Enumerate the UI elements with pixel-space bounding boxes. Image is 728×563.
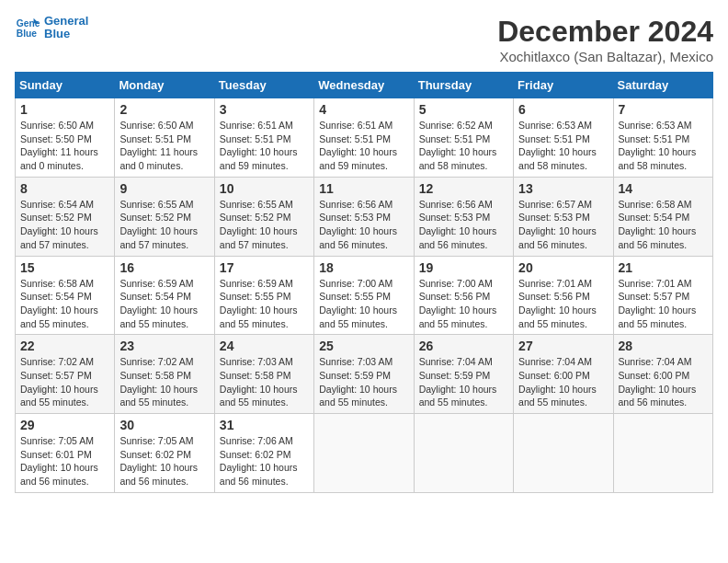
day-number: 31 bbox=[220, 418, 309, 432]
day-number: 4 bbox=[319, 102, 408, 117]
day-info: Sunrise: 6:53 AM Sunset: 5:51 PM Dayligh… bbox=[619, 119, 708, 173]
col-saturday: Saturday bbox=[613, 73, 712, 98]
day-cell: 11 Sunrise: 6:56 AM Sunset: 5:53 PM Dayl… bbox=[314, 177, 414, 256]
day-number: 11 bbox=[319, 181, 408, 196]
day-number: 28 bbox=[619, 339, 708, 353]
day-cell: 5 Sunrise: 6:52 AM Sunset: 5:51 PM Dayli… bbox=[414, 98, 513, 178]
day-number: 5 bbox=[419, 102, 508, 117]
day-cell: 7 Sunrise: 6:53 AM Sunset: 5:51 PM Dayli… bbox=[613, 98, 712, 178]
day-info: Sunrise: 6:56 AM Sunset: 5:53 PM Dayligh… bbox=[419, 198, 508, 252]
day-cell: 26 Sunrise: 7:04 AM Sunset: 5:59 PM Dayl… bbox=[414, 335, 513, 414]
day-number: 13 bbox=[518, 181, 608, 196]
week-row-3: 15 Sunrise: 6:58 AM Sunset: 5:54 PM Dayl… bbox=[16, 256, 713, 335]
day-info: Sunrise: 7:05 AM Sunset: 6:02 PM Dayligh… bbox=[119, 434, 209, 488]
logo-icon: General Blue bbox=[15, 15, 40, 40]
day-info: Sunrise: 6:51 AM Sunset: 5:51 PM Dayligh… bbox=[319, 119, 408, 173]
header: General Blue General Blue December 2024 … bbox=[15, 15, 713, 64]
svg-text:General: General bbox=[17, 18, 40, 29]
day-number: 3 bbox=[220, 102, 309, 117]
day-cell: 8 Sunrise: 6:54 AM Sunset: 5:52 PM Dayli… bbox=[16, 177, 115, 256]
day-info: Sunrise: 6:58 AM Sunset: 5:54 PM Dayligh… bbox=[20, 277, 109, 331]
day-info: Sunrise: 7:06 AM Sunset: 6:02 PM Dayligh… bbox=[220, 434, 309, 488]
day-info: Sunrise: 6:54 AM Sunset: 5:52 PM Dayligh… bbox=[20, 198, 109, 252]
day-info: Sunrise: 7:04 AM Sunset: 6:00 PM Dayligh… bbox=[619, 355, 708, 409]
day-cell: 24 Sunrise: 7:03 AM Sunset: 5:58 PM Dayl… bbox=[214, 335, 313, 414]
week-row-4: 22 Sunrise: 7:02 AM Sunset: 5:57 PM Dayl… bbox=[16, 335, 713, 414]
day-info: Sunrise: 7:01 AM Sunset: 5:56 PM Dayligh… bbox=[518, 277, 608, 331]
day-info: Sunrise: 7:03 AM Sunset: 5:58 PM Dayligh… bbox=[220, 355, 309, 409]
day-info: Sunrise: 7:00 AM Sunset: 5:56 PM Dayligh… bbox=[419, 277, 508, 331]
day-info: Sunrise: 7:03 AM Sunset: 5:59 PM Dayligh… bbox=[319, 355, 408, 409]
day-cell: 15 Sunrise: 6:58 AM Sunset: 5:54 PM Dayl… bbox=[16, 256, 115, 335]
day-cell: 22 Sunrise: 7:02 AM Sunset: 5:57 PM Dayl… bbox=[16, 335, 115, 414]
logo-line1: General bbox=[44, 15, 88, 28]
day-cell: 19 Sunrise: 7:00 AM Sunset: 5:56 PM Dayl… bbox=[414, 256, 513, 335]
logo: General Blue General Blue bbox=[15, 15, 88, 41]
week-row-2: 8 Sunrise: 6:54 AM Sunset: 5:52 PM Dayli… bbox=[16, 177, 713, 256]
calendar-subtitle: Xochitlaxco (San Baltazar), Mexico bbox=[497, 49, 713, 64]
day-cell: 17 Sunrise: 6:59 AM Sunset: 5:55 PM Dayl… bbox=[214, 256, 313, 335]
day-cell: 9 Sunrise: 6:55 AM Sunset: 5:52 PM Dayli… bbox=[115, 177, 214, 256]
day-number: 20 bbox=[518, 260, 608, 275]
day-info: Sunrise: 6:52 AM Sunset: 5:51 PM Dayligh… bbox=[419, 119, 508, 173]
day-cell: 6 Sunrise: 6:53 AM Sunset: 5:51 PM Dayli… bbox=[514, 98, 613, 178]
day-cell: 28 Sunrise: 7:04 AM Sunset: 6:00 PM Dayl… bbox=[613, 335, 712, 414]
day-number: 25 bbox=[319, 339, 408, 353]
day-cell: 4 Sunrise: 6:51 AM Sunset: 5:51 PM Dayli… bbox=[314, 98, 414, 178]
day-cell: 30 Sunrise: 7:05 AM Sunset: 6:02 PM Dayl… bbox=[115, 414, 214, 493]
logo-line2: Blue bbox=[44, 28, 88, 40]
day-info: Sunrise: 6:59 AM Sunset: 5:55 PM Dayligh… bbox=[220, 277, 309, 331]
col-tuesday: Tuesday bbox=[214, 73, 313, 98]
day-cell: 29 Sunrise: 7:05 AM Sunset: 6:01 PM Dayl… bbox=[16, 414, 115, 493]
day-info: Sunrise: 6:58 AM Sunset: 5:54 PM Dayligh… bbox=[619, 198, 708, 252]
day-number: 16 bbox=[119, 260, 209, 275]
col-friday: Friday bbox=[514, 73, 613, 98]
day-cell: 31 Sunrise: 7:06 AM Sunset: 6:02 PM Dayl… bbox=[214, 414, 313, 493]
day-number: 19 bbox=[419, 260, 508, 275]
day-number: 26 bbox=[419, 339, 508, 353]
day-cell: 16 Sunrise: 6:59 AM Sunset: 5:54 PM Dayl… bbox=[115, 256, 214, 335]
day-cell: 13 Sunrise: 6:57 AM Sunset: 5:53 PM Dayl… bbox=[514, 177, 613, 256]
week-row-1: 1 Sunrise: 6:50 AM Sunset: 5:50 PM Dayli… bbox=[16, 98, 713, 178]
day-cell: 18 Sunrise: 7:00 AM Sunset: 5:55 PM Dayl… bbox=[314, 256, 414, 335]
day-cell: 3 Sunrise: 6:51 AM Sunset: 5:51 PM Dayli… bbox=[214, 98, 313, 178]
day-info: Sunrise: 7:04 AM Sunset: 6:00 PM Dayligh… bbox=[518, 355, 608, 409]
col-thursday: Thursday bbox=[414, 73, 513, 98]
day-number: 7 bbox=[619, 102, 708, 117]
day-number: 2 bbox=[119, 102, 209, 117]
day-number: 9 bbox=[119, 181, 209, 196]
calendar-title: December 2024 bbox=[497, 15, 713, 49]
day-info: Sunrise: 6:50 AM Sunset: 5:50 PM Dayligh… bbox=[20, 119, 109, 173]
day-cell: 2 Sunrise: 6:50 AM Sunset: 5:51 PM Dayli… bbox=[115, 98, 214, 178]
day-cell: 10 Sunrise: 6:55 AM Sunset: 5:52 PM Dayl… bbox=[214, 177, 313, 256]
day-number: 22 bbox=[20, 339, 109, 353]
day-info: Sunrise: 6:59 AM Sunset: 5:54 PM Dayligh… bbox=[119, 277, 209, 331]
calendar-table: Sunday Monday Tuesday Wednesday Thursday… bbox=[15, 72, 713, 493]
day-number: 30 bbox=[119, 418, 209, 432]
day-info: Sunrise: 7:02 AM Sunset: 5:57 PM Dayligh… bbox=[20, 355, 109, 409]
day-info: Sunrise: 7:00 AM Sunset: 5:55 PM Dayligh… bbox=[319, 277, 408, 331]
col-monday: Monday bbox=[115, 73, 214, 98]
day-cell bbox=[514, 414, 613, 493]
day-number: 17 bbox=[220, 260, 309, 275]
day-info: Sunrise: 6:56 AM Sunset: 5:53 PM Dayligh… bbox=[319, 198, 408, 252]
day-number: 27 bbox=[518, 339, 608, 353]
day-number: 18 bbox=[319, 260, 408, 275]
week-row-5: 29 Sunrise: 7:05 AM Sunset: 6:01 PM Dayl… bbox=[16, 414, 713, 493]
day-number: 29 bbox=[20, 418, 109, 432]
day-cell: 1 Sunrise: 6:50 AM Sunset: 5:50 PM Dayli… bbox=[16, 98, 115, 178]
day-info: Sunrise: 6:53 AM Sunset: 5:51 PM Dayligh… bbox=[518, 119, 608, 173]
svg-text:Blue: Blue bbox=[17, 29, 38, 40]
col-sunday: Sunday bbox=[16, 73, 115, 98]
day-cell bbox=[613, 414, 712, 493]
day-number: 12 bbox=[419, 181, 508, 196]
day-info: Sunrise: 7:01 AM Sunset: 5:57 PM Dayligh… bbox=[619, 277, 708, 331]
day-cell: 25 Sunrise: 7:03 AM Sunset: 5:59 PM Dayl… bbox=[314, 335, 414, 414]
day-number: 21 bbox=[619, 260, 708, 275]
header-row: Sunday Monday Tuesday Wednesday Thursday… bbox=[16, 73, 713, 98]
day-cell: 23 Sunrise: 7:02 AM Sunset: 5:58 PM Dayl… bbox=[115, 335, 214, 414]
day-number: 8 bbox=[20, 181, 109, 196]
day-info: Sunrise: 6:50 AM Sunset: 5:51 PM Dayligh… bbox=[119, 119, 209, 173]
day-number: 24 bbox=[220, 339, 309, 353]
day-cell: 14 Sunrise: 6:58 AM Sunset: 5:54 PM Dayl… bbox=[613, 177, 712, 256]
